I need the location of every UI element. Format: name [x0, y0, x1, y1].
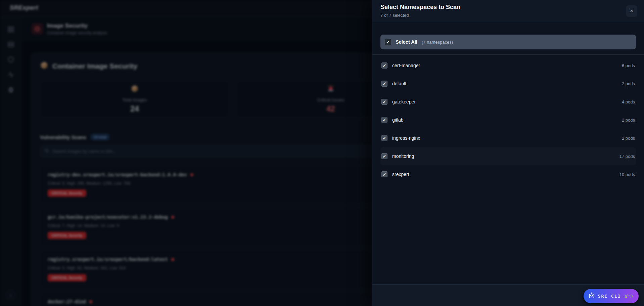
cli-label: SRE CLI — [598, 294, 621, 299]
namespace-name: cert-manager — [392, 63, 420, 68]
namespace-row[interactable]: ingress-nginx 2 pods — [380, 129, 636, 147]
close-icon: × — [630, 8, 633, 14]
drawer-body: Select All (7 namespaces) cert-manager 6… — [372, 35, 644, 183]
namespace-select-drawer: Select Namespaces to Scan 7 of 7 selecte… — [372, 0, 644, 306]
namespace-name: ingress-nginx — [392, 135, 420, 141]
pod-count: 10 pods — [619, 172, 635, 177]
drawer-title: Select Namespaces to Scan — [380, 4, 636, 11]
namespace-row[interactable]: gatekeeper 4 pods — [380, 93, 636, 111]
pod-count: 6 pods — [622, 63, 635, 68]
bot-icon — [588, 292, 595, 300]
namespace-checkbox[interactable] — [381, 135, 387, 141]
sre-cli-button[interactable]: SRE CLI ゼ*タ — [584, 289, 639, 303]
namespace-name: monitoring — [392, 154, 414, 159]
namespace-checkbox[interactable] — [381, 62, 387, 69]
namespace-row[interactable]: monitoring 17 pods — [380, 147, 636, 165]
namespace-checkbox[interactable] — [381, 81, 387, 87]
namespace-row[interactable]: cert-manager 6 pods — [380, 56, 636, 75]
namespace-checkbox[interactable] — [381, 99, 387, 105]
namespace-name: srexpert — [392, 172, 409, 177]
namespace-checkbox[interactable] — [381, 171, 387, 177]
namespace-name: default — [392, 81, 406, 86]
selected-count: 7 of 7 selected — [380, 13, 636, 18]
pod-count: 2 pods — [622, 118, 635, 123]
namespace-checkbox[interactable] — [381, 153, 387, 159]
namespace-name: gatekeeper — [392, 99, 416, 104]
close-button[interactable]: × — [626, 5, 637, 17]
namespace-row[interactable]: srexpert 10 pods — [380, 165, 636, 183]
drawer-header: Select Namespaces to Scan 7 of 7 selecte… — [372, 0, 644, 22]
namespace-row[interactable]: gitlab 2 pods — [380, 111, 636, 129]
select-all-checkbox[interactable] — [385, 39, 391, 45]
pod-count: 2 pods — [622, 136, 635, 141]
divider — [372, 54, 644, 55]
namespace-row[interactable]: default 2 pods — [380, 75, 636, 93]
pod-count: 4 pods — [622, 99, 635, 104]
select-all-label: Select All — [396, 39, 417, 45]
namespace-name: gitlab — [392, 117, 403, 123]
select-all-hint: (7 namespaces) — [422, 40, 453, 45]
cli-beta-badge: ゼ*タ — [624, 294, 634, 299]
namespace-checkbox[interactable] — [381, 117, 387, 123]
pod-count: 2 pods — [622, 81, 635, 86]
select-all-row[interactable]: Select All (7 namespaces) — [380, 35, 636, 49]
pod-count: 17 pods — [619, 154, 635, 159]
